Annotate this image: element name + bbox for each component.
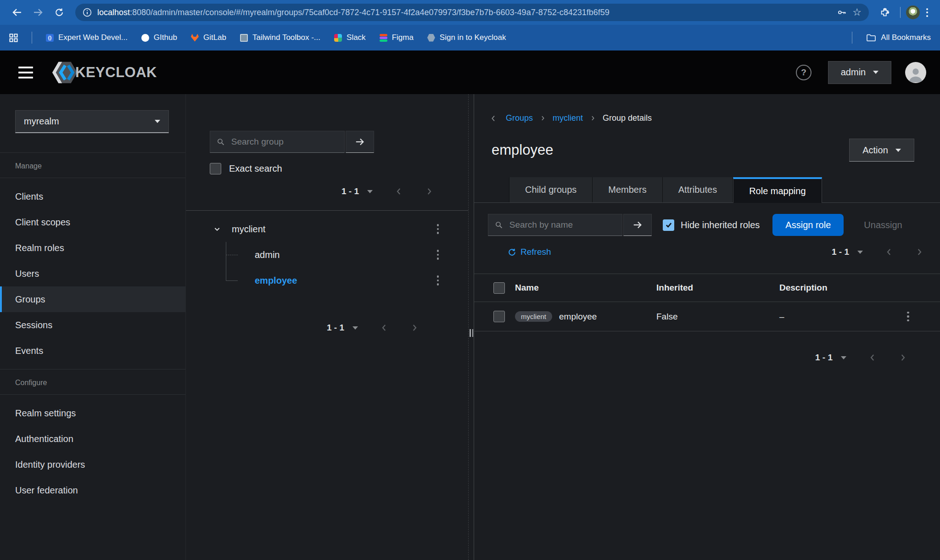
tree-item-admin[interactable]: admin [186,242,468,268]
tab-child-groups[interactable]: Child groups [509,177,593,202]
tree-item-myclient[interactable]: myclient [186,216,468,242]
sidebar-item-users[interactable]: Users [0,261,185,286]
nav-toggle-icon[interactable] [18,67,33,78]
tree-item-label[interactable]: admin [255,250,280,260]
browser-back-icon[interactable] [7,3,27,22]
sidebar: myrealm Manage Clients Client scopes Rea… [0,94,186,560]
bookmark-expert-web[interactable]: {} Expert Web Devel... [46,33,128,42]
action-dropdown-button[interactable]: Action [849,139,914,162]
row-kebab-menu-icon[interactable] [904,309,912,325]
apps-grid-icon[interactable] [9,34,18,42]
sidebar-item-realm-roles[interactable]: Realm roles [0,235,185,261]
bookmark-slack[interactable]: Slack [334,33,366,42]
sidebar-item-client-scopes[interactable]: Client scopes [0,209,185,235]
bookmark-gitlab[interactable]: GitLab [191,33,226,42]
pagination-range[interactable]: 1 - 1 [341,186,359,196]
sidebar-item-realm-settings[interactable]: Realm settings [0,400,185,426]
tree-item-label[interactable]: myclient [232,224,265,235]
bookmarks-separator [32,32,32,44]
page-title: employee [492,142,553,158]
role-search-field[interactable] [488,214,622,236]
bookmark-figma[interactable]: Figma [380,33,414,42]
sidebar-item-sessions[interactable]: Sessions [0,312,185,338]
group-search-input[interactable] [230,136,338,147]
browser-profile-avatar[interactable] [906,6,920,19]
tab-members[interactable]: Members [593,177,662,202]
breadcrumb-back-icon[interactable] [490,115,497,122]
unassign-button[interactable]: Unassign [864,220,902,230]
sidebar-item-clients[interactable]: Clients [0,184,185,209]
client-chip: myclient [515,311,552,322]
group-tree: myclient admin employee [186,211,468,293]
chevron-down-icon[interactable] [352,326,358,330]
row-checkbox[interactable] [493,311,505,322]
hide-inherited-roles-checkbox[interactable] [663,219,674,231]
assign-role-button[interactable]: Assign role [772,214,844,236]
sidebar-item-events[interactable]: Events [0,338,185,364]
group-search-submit-button[interactable] [346,131,374,153]
sidebar-item-authentication[interactable]: Authentication [0,426,185,452]
group-search-field[interactable] [210,131,345,153]
manage-nav-list: Clients Client scopes Realm roles Users … [0,178,185,369]
all-bookmarks-button[interactable]: All Bookmarks [866,33,931,42]
user-avatar[interactable] [905,62,926,83]
tabs: Child groups Members Attributes Role map… [474,177,940,203]
prev-page-icon[interactable] [868,353,877,362]
browser-reload-icon[interactable] [50,3,69,22]
prev-page-icon[interactable] [885,248,893,256]
table-row[interactable]: myclient employee False – [474,302,940,331]
sidebar-item-identity-providers[interactable]: Identity providers [0,452,185,477]
arrow-right-icon [632,220,643,230]
refresh-link[interactable]: Refresh [508,247,551,257]
site-info-icon[interactable] [83,8,92,17]
password-key-icon[interactable] [837,7,847,17]
kebab-menu-icon[interactable] [434,221,442,237]
prev-page-icon[interactable] [395,187,403,196]
chevron-right-icon [590,115,596,121]
column-header-description: Description [779,283,880,293]
help-icon[interactable]: ? [796,65,811,80]
chevron-down-icon[interactable] [213,225,221,233]
breadcrumb-groups-link[interactable]: Groups [506,113,533,123]
address-bar[interactable]: localhost:8080/admin/master/console/#/my… [75,4,869,21]
breadcrumb-myclient-link[interactable]: myclient [553,113,583,123]
pagination-range[interactable]: 1 - 1 [832,247,849,257]
role-search-submit-button[interactable] [623,214,652,236]
next-page-icon[interactable] [915,248,923,256]
chevron-down-icon[interactable] [857,251,863,254]
extensions-icon[interactable] [875,3,895,22]
bookmark-star-icon[interactable]: ☆ [852,7,862,17]
tree-item-label[interactable]: employee [255,275,297,286]
user-menu-dropdown[interactable]: admin [828,61,891,84]
kebab-menu-icon[interactable] [434,273,442,288]
keycloak-logo[interactable]: KEYCLOAK [51,61,157,84]
tab-role-mapping[interactable]: Role mapping [733,177,822,203]
next-page-icon[interactable] [425,187,433,196]
exact-search-checkbox[interactable] [210,163,221,174]
tree-guide [226,268,226,280]
realm-selector-dropdown[interactable]: myrealm [15,110,169,133]
panel-resize-divider[interactable] [468,94,474,560]
prev-page-icon[interactable] [380,324,388,332]
bookmark-label: Slack [347,33,366,42]
next-page-icon[interactable] [410,324,419,332]
select-all-checkbox[interactable] [493,282,505,294]
tab-attributes[interactable]: Attributes [663,177,733,202]
browser-menu-icon[interactable] [922,8,933,17]
bookmark-tailwind-toolbox[interactable]: Tailwind Toolbox -... [240,33,320,42]
chevron-down-icon[interactable] [367,190,373,193]
bookmark-github[interactable]: GIthub [141,33,177,42]
sidebar-item-user-federation[interactable]: User federation [0,477,185,503]
sidebar-item-groups[interactable]: Groups [0,286,185,312]
drag-handle-icon[interactable] [470,329,473,337]
pagination-range[interactable]: 1 - 1 [327,323,344,333]
pagination-range[interactable]: 1 - 1 [815,353,833,363]
bookmark-keycloak[interactable]: Sign in to Keycloak [427,33,506,42]
chevron-down-icon[interactable] [841,356,846,359]
browser-forward-icon[interactable] [28,3,48,22]
next-page-icon[interactable] [899,353,907,362]
kebab-menu-icon[interactable] [434,247,442,263]
role-search-input[interactable] [509,219,615,230]
tree-item-employee[interactable]: employee [186,268,468,293]
bookmarks-separator [852,32,852,44]
